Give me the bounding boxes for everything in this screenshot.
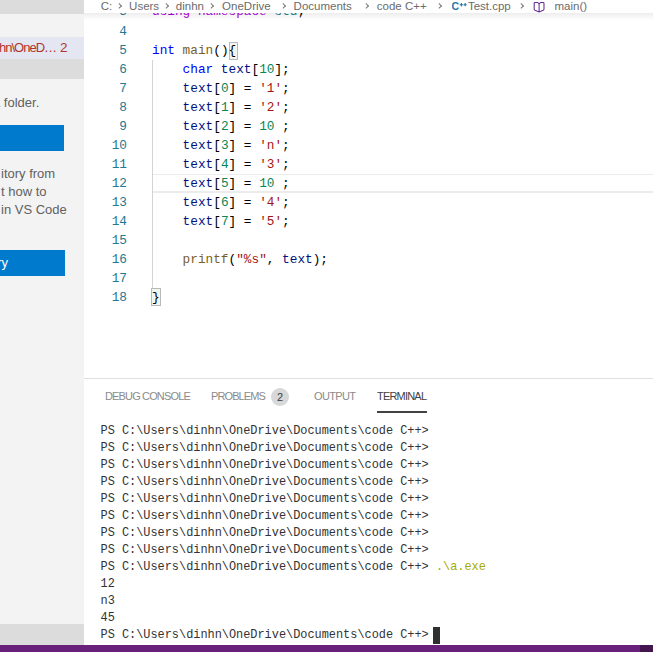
svg-text:C: C (452, 0, 460, 12)
